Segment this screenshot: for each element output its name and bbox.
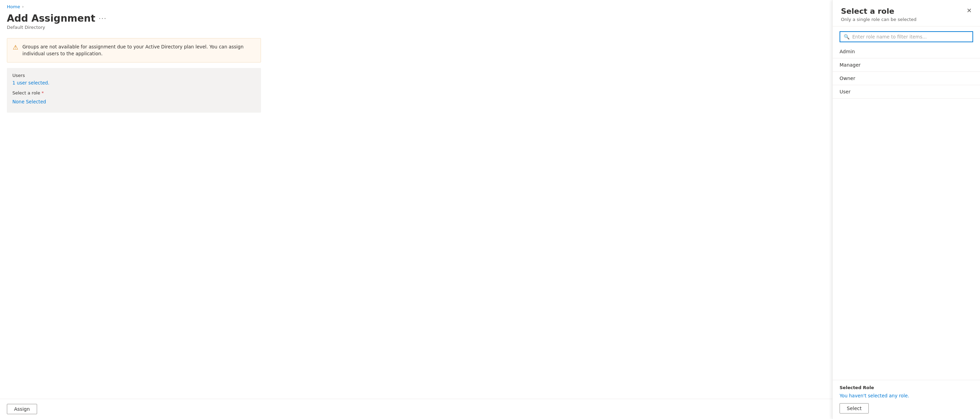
users-selected-link[interactable]: 1 user selected. [12, 80, 49, 86]
search-box: 🔍 [840, 31, 973, 42]
page-title: Add Assignment [7, 13, 95, 24]
role-field-label: Select a role [12, 90, 40, 96]
search-icon: 🔍 [844, 34, 850, 40]
more-options-icon[interactable]: ··· [99, 15, 107, 22]
role-search-input[interactable] [852, 34, 969, 40]
role-label-row: Select a role * [12, 90, 256, 96]
select-button[interactable]: Select [840, 403, 869, 414]
required-marker: * [41, 90, 44, 96]
warning-text: Groups are not available for assignment … [22, 43, 255, 57]
none-selected-value[interactable]: None Selected [12, 97, 256, 106]
panel-subtitle: Only a single role can be selected [841, 17, 916, 22]
selected-role-label: Selected Role [840, 385, 973, 390]
no-role-selected-text: You haven't selected any role. [840, 393, 973, 398]
breadcrumb-separator: › [22, 5, 23, 9]
panel-header-text: Select a role Only a single role can be … [841, 7, 916, 22]
panel-footer: Selected Role You haven't selected any r… [833, 380, 980, 419]
role-list-item[interactable]: Manager [833, 58, 980, 72]
warning-icon: ⚠ [13, 44, 18, 51]
panel-title: Select a role [841, 7, 916, 16]
page-title-row: Add Assignment ··· [7, 13, 973, 24]
assign-button[interactable]: Assign [7, 404, 37, 414]
roles-list: AdminManagerOwnerUser [833, 45, 980, 380]
warning-banner: ⚠ Groups are not available for assignmen… [7, 38, 261, 62]
breadcrumb-home-link[interactable]: Home [7, 4, 20, 9]
role-list-item[interactable]: Owner [833, 72, 980, 85]
panel-close-button[interactable]: ✕ [965, 7, 973, 14]
users-section-label: Users [12, 73, 256, 78]
panel-header: Select a role Only a single role can be … [833, 0, 980, 26]
assignment-section: Users 1 user selected. Select a role * N… [7, 68, 261, 113]
role-list-item[interactable]: Admin [833, 45, 980, 58]
panel-search-area: 🔍 [833, 26, 980, 42]
page-subtitle: Default Directory [7, 25, 973, 30]
role-list-item[interactable]: User [833, 85, 980, 99]
bottom-bar: Assign [0, 399, 832, 419]
select-role-panel: Select a role Only a single role can be … [832, 0, 980, 419]
